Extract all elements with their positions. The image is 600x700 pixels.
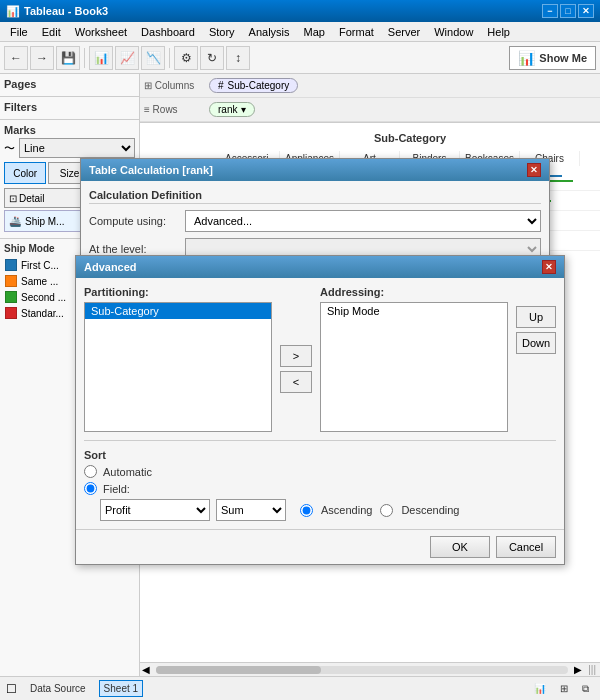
ok-button[interactable]: OK — [430, 536, 490, 558]
move-right-button[interactable]: > — [280, 345, 312, 367]
sort-field-radio[interactable] — [84, 482, 97, 495]
up-button[interactable]: Up — [516, 306, 556, 328]
toolbar-chart3[interactable]: 📉 — [141, 46, 165, 70]
scroll-left[interactable]: ◀ — [140, 664, 152, 675]
advanced-body: Partitioning: Sub-Category > < Addressin… — [76, 278, 564, 529]
toolbar-back[interactable]: ← — [4, 46, 28, 70]
advanced-dialog[interactable]: Advanced ✕ Partitioning: Sub-Category > … — [75, 255, 565, 565]
title-bar: 📊 Tableau - Book3 − □ ✕ — [0, 0, 600, 22]
close-button[interactable]: ✕ — [578, 4, 594, 18]
sort-automatic-row: Automatic — [84, 465, 556, 478]
line-icon: 〜 — [4, 141, 15, 156]
table-calc-title: Table Calculation [rank] — [89, 164, 213, 176]
field-name-select[interactable]: Profit — [100, 499, 210, 521]
addressing-item-shipmode[interactable]: Ship Mode — [321, 303, 507, 319]
scroll-track[interactable] — [156, 666, 568, 674]
compute-row: Compute using: Advanced... — [89, 210, 541, 232]
toolbar: ← → 💾 📊 📈 📉 ⚙ ↻ ↕ 📊 Show Me — [0, 42, 600, 74]
toolbar-filter[interactable]: ⚙ — [174, 46, 198, 70]
updown-buttons: Up Down — [516, 286, 556, 432]
maximize-button[interactable]: □ — [560, 4, 576, 18]
status-icons: 📊 ⊞ ⧉ — [529, 680, 594, 698]
title-bar-left: 📊 Tableau - Book3 — [6, 5, 108, 18]
toolbar-chart2[interactable]: 📈 — [115, 46, 139, 70]
descending-radio[interactable] — [380, 504, 393, 517]
toolbar-save[interactable]: 💾 — [56, 46, 80, 70]
descending-label: Descending — [401, 504, 459, 516]
at-level-label: At the level: — [89, 243, 179, 255]
rows-label: ≡ Rows — [144, 104, 209, 115]
toolbar-forward[interactable]: → — [30, 46, 54, 70]
title-bar-controls[interactable]: − □ ✕ — [542, 4, 594, 18]
advanced-close[interactable]: ✕ — [542, 260, 556, 274]
menu-analysis[interactable]: Analysis — [243, 24, 296, 40]
ship-label: Ship M... — [25, 216, 64, 227]
menu-map[interactable]: Map — [298, 24, 331, 40]
menu-dashboard[interactable]: Dashboard — [135, 24, 201, 40]
show-me-label: Show Me — [539, 52, 587, 64]
scroll-indicator: ||| — [584, 664, 600, 675]
menu-window[interactable]: Window — [428, 24, 479, 40]
partitioning-item-subcategory[interactable]: Sub-Category — [85, 303, 271, 319]
duplicate-button[interactable]: ⧉ — [577, 680, 594, 698]
minimize-button[interactable]: − — [542, 4, 558, 18]
partitioning-listbox[interactable]: Sub-Category — [84, 302, 272, 432]
show-me-icon: 📊 — [518, 50, 535, 66]
advanced-title: Advanced — [84, 261, 137, 273]
viz-header: Sub-Category — [220, 123, 600, 153]
addressing-listbox[interactable]: Ship Mode — [320, 302, 508, 432]
partitioning-label: Partitioning: — [84, 286, 272, 298]
toolbar-refresh[interactable]: ↻ — [200, 46, 224, 70]
menu-file[interactable]: File — [4, 24, 34, 40]
marks-type-row: 〜 Line — [4, 138, 135, 158]
menu-format[interactable]: Format — [333, 24, 380, 40]
compute-select[interactable]: Advanced... — [185, 210, 541, 232]
sort-title: Sort — [84, 449, 556, 461]
pages-title: Pages — [4, 78, 135, 90]
legend-label-same: Same ... — [21, 276, 58, 287]
scroll-right[interactable]: ▶ — [572, 664, 584, 675]
advanced-dialog-buttons: OK Cancel — [76, 529, 564, 564]
menu-edit[interactable]: Edit — [36, 24, 67, 40]
legend-color-first — [5, 259, 17, 271]
toolbar-sort[interactable]: ↕ — [226, 46, 250, 70]
compute-label: Compute using: — [89, 215, 179, 227]
menu-server[interactable]: Server — [382, 24, 426, 40]
shelves: ⊞ Columns # Sub-Category ≡ Rows rank ▾ — [140, 74, 600, 123]
adv-columns: Partitioning: Sub-Category > < Addressin… — [84, 286, 556, 432]
sort-field-radio-row: Field: — [84, 482, 556, 495]
columns-pill-icon: # — [218, 80, 224, 91]
add-chart-button[interactable]: 📊 — [529, 680, 551, 698]
data-source-tab[interactable]: Data Source — [25, 680, 91, 697]
legend-label-second: Second ... — [21, 292, 66, 303]
partitioning-col: Partitioning: Sub-Category — [84, 286, 272, 432]
color-button[interactable]: Color — [4, 162, 46, 184]
rows-pill[interactable]: rank ▾ — [209, 102, 255, 117]
h-scrollbar[interactable]: ◀ ▶ ||| — [140, 662, 600, 676]
sort-automatic-radio[interactable] — [84, 465, 97, 478]
show-me-button[interactable]: 📊 Show Me — [509, 46, 596, 70]
scroll-thumb[interactable] — [156, 666, 321, 674]
marks-type-select[interactable]: Line — [19, 138, 135, 158]
ascending-radio[interactable] — [300, 504, 313, 517]
columns-shelf: ⊞ Columns # Sub-Category — [140, 74, 600, 98]
cancel-button[interactable]: Cancel — [496, 536, 556, 558]
legend-color-standard — [5, 307, 17, 319]
field-aggregation-select[interactable]: Sum — [216, 499, 286, 521]
filters-title: Filters — [4, 101, 135, 113]
down-button[interactable]: Down — [516, 332, 556, 354]
columns-pill[interactable]: # Sub-Category — [209, 78, 298, 93]
rows-pill-arrow: ▾ — [241, 104, 246, 115]
add-grid-button[interactable]: ⊞ — [555, 680, 573, 698]
move-left-button[interactable]: < — [280, 371, 312, 393]
sheet1-tab[interactable]: Sheet 1 — [99, 680, 143, 697]
toolbar-chart1[interactable]: 📊 — [89, 46, 113, 70]
sort-automatic-label: Automatic — [103, 466, 152, 478]
menu-story[interactable]: Story — [203, 24, 241, 40]
menu-worksheet[interactable]: Worksheet — [69, 24, 133, 40]
table-calc-title-bar: Table Calculation [rank] ✕ — [81, 159, 549, 181]
addressing-label: Addressing: — [320, 286, 508, 298]
menu-help[interactable]: Help — [481, 24, 516, 40]
table-calc-close[interactable]: ✕ — [527, 163, 541, 177]
status-checkbox[interactable]: ☐ — [6, 682, 17, 696]
